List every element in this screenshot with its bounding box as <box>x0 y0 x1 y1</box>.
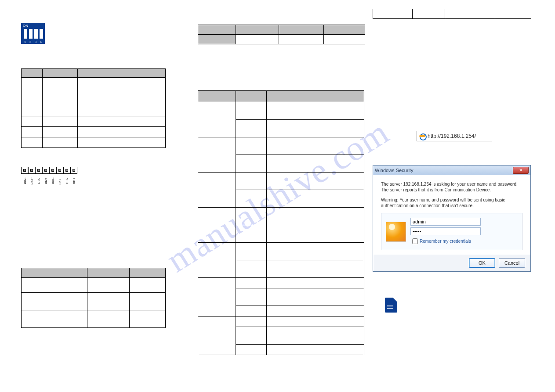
table-led-large <box>198 90 364 355</box>
dialog-text-2: Warning: Your user name and password wil… <box>381 197 522 209</box>
password-field[interactable] <box>410 227 481 235</box>
table-top-right <box>373 9 531 19</box>
dip-num-4: 4 <box>40 40 42 43</box>
table-io-spec <box>21 268 166 328</box>
dialog-title: Windows Security <box>375 168 413 173</box>
dip-num-2: 2 <box>29 40 31 43</box>
dialog-titlebar: Windows Security ✕ <box>373 165 530 175</box>
dip-on-label: ON <box>23 24 28 28</box>
dip-switch-icon: ON 1 2 3 4 <box>21 23 45 44</box>
remember-label: Remember my credentials <box>420 239 471 244</box>
ok-button[interactable]: OK <box>469 258 495 268</box>
windows-security-dialog: Windows Security ✕ The server 192.168.1.… <box>373 165 531 272</box>
terminal-block-icon: Do2- Do2+ DI2- DI2+ Do1- Do1+ DI1- DI1+ <box>21 167 77 187</box>
remember-checkbox[interactable] <box>412 238 418 244</box>
document-icon <box>385 298 397 313</box>
dip-num-3: 3 <box>35 40 36 43</box>
close-button[interactable]: ✕ <box>513 167 529 174</box>
table-dip-config <box>21 68 166 148</box>
dip-num-1: 1 <box>24 40 26 43</box>
cancel-button[interactable]: Cancel <box>499 258 525 268</box>
dialog-text-1: The server 192.168.1.254 is asking for y… <box>381 181 522 193</box>
remember-credentials[interactable]: Remember my credentials <box>410 237 518 245</box>
table-led-small <box>198 25 365 44</box>
user-avatar-icon <box>386 222 406 242</box>
address-url: http://192.168.1.254/ <box>428 133 476 139</box>
address-bar: http://192.168.1.254/ <box>417 131 492 141</box>
credentials-box: Remember my credentials <box>381 213 522 250</box>
close-icon: ✕ <box>519 168 522 173</box>
terminal-label: DI1+ <box>68 177 80 184</box>
username-field[interactable] <box>410 218 481 226</box>
ie-icon <box>419 133 426 140</box>
